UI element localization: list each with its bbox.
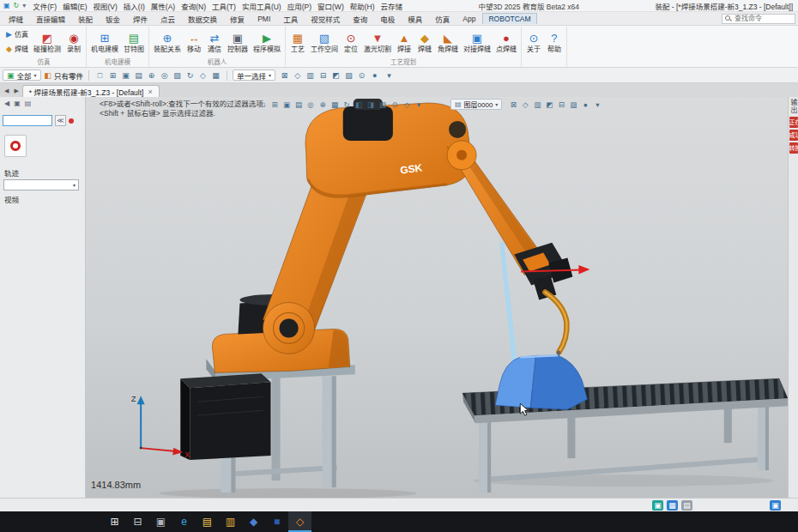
viewport-tool-icon[interactable]: ▥ — [532, 100, 542, 110]
panel-header-icon[interactable]: ▤ — [25, 100, 32, 107]
ribbon-button[interactable]: ⊙ 定位 — [341, 31, 361, 54]
menu-item[interactable]: 实用工具(U) — [242, 1, 281, 11]
selection-tool-icon[interactable]: ● — [369, 70, 380, 81]
tab-nav-right[interactable]: ▶ — [12, 88, 20, 97]
menu-item[interactable]: 视图(V) — [93, 1, 117, 11]
ribbon-tab[interactable]: 点云 — [154, 12, 181, 25]
taskbar-item[interactable]: ▣ — [149, 511, 172, 532]
ribbon-tab[interactable]: 修复 — [224, 12, 251, 25]
panel-header-icon[interactable]: ▣ — [14, 100, 21, 107]
menu-item[interactable]: 帮助(H) — [350, 1, 375, 11]
viewport-tool-icon[interactable]: ● — [580, 100, 590, 110]
more-chevron[interactable]: ▾ — [384, 70, 395, 81]
ribbon-tab[interactable]: 焊件 — [127, 12, 154, 25]
ribbon-tab[interactable]: 装配 — [72, 12, 99, 25]
collapse-button[interactable]: ≪ — [55, 115, 66, 126]
viewport-tool-icon[interactable]: ⊙ — [390, 100, 400, 110]
ribbon-button[interactable]: ⇄ 通信 — [204, 31, 225, 54]
tab-nav-left[interactable]: ◀ — [3, 88, 10, 97]
ribbon-button[interactable]: ● 点焊缝 — [493, 31, 519, 54]
viewport-tool-icon[interactable]: ◧ — [354, 100, 364, 110]
ribbon-tab[interactable]: 数据交换 — [182, 12, 223, 25]
ribbon-tab[interactable]: 焊缝 — [3, 12, 29, 25]
viewport-tool-icon[interactable]: ▤ — [293, 100, 304, 110]
ribbon-button-small[interactable]: ◆ 焊缝 — [3, 43, 31, 57]
taskbar-item[interactable]: ■ — [265, 511, 288, 532]
status-icon[interactable]: ▦ — [667, 500, 678, 511]
menu-item[interactable]: 插入(I) — [124, 1, 145, 11]
viewport-tool-icon[interactable]: ◇ — [402, 100, 412, 110]
selection-tool-icon[interactable]: ⊠ — [279, 70, 290, 81]
filter-dropdown[interactable]: ▣ 全部 ▾ — [3, 70, 41, 81]
ribbon-button[interactable]: ◆ 焊缝 — [414, 31, 435, 54]
taskbar-item[interactable]: ◆ — [242, 511, 265, 532]
ribbon-button[interactable]: ▲ 焊接 — [394, 31, 414, 54]
selection-tool-icon[interactable]: ◇ — [197, 70, 209, 81]
output-tab[interactable]: 输出 — [789, 99, 798, 114]
ribbon-tab[interactable]: 工具 — [277, 12, 304, 25]
command-search-input[interactable] — [735, 15, 791, 22]
viewport[interactable]: GSK — [86, 97, 788, 498]
selection-tool-icon[interactable]: ▤ — [133, 70, 144, 81]
ribbon-tab[interactable]: 直接编辑 — [30, 12, 71, 25]
taskbar-item[interactable]: ⊞ — [103, 511, 126, 532]
menu-item[interactable]: 查询(N) — [181, 1, 206, 11]
ribbon-tab[interactable]: App — [456, 13, 481, 24]
selection-tool-icon[interactable]: ⊕ — [146, 70, 157, 81]
viewport-tool-icon[interactable]: ◨ — [366, 100, 376, 110]
layer-dropdown[interactable]: ▤ 图层0000 ▾ — [450, 99, 502, 110]
viewport-tool-icon[interactable]: ▨ — [568, 100, 578, 110]
ribbon-button-small[interactable]: ▶ 仿真 — [3, 28, 31, 42]
ribbon-button[interactable]: ⊕ 装配关系 — [151, 31, 184, 54]
ribbon-button[interactable]: ⊞ 机电建模 — [88, 31, 121, 54]
menu-item[interactable]: 工具(T) — [212, 1, 236, 11]
status-icon[interactable]: ▤ — [681, 500, 692, 511]
control-cabinet[interactable] — [180, 373, 270, 460]
taskbar-item[interactable]: ⊟ — [126, 511, 149, 532]
document-tab[interactable]: * 焊接场景搭建-新3_1.Z3 - [Default] × — [22, 85, 160, 97]
ribbon-button[interactable]: ▦ 工艺 — [287, 31, 308, 54]
ribbon-button[interactable]: ◩ 碰撞检测 — [31, 31, 63, 54]
selection-tool-icon[interactable]: ▣ — [120, 70, 131, 81]
selection-tool-icon[interactable]: ⊟ — [317, 70, 329, 81]
record-button[interactable] — [4, 135, 27, 157]
ribbon-button[interactable]: ⊙ 关于 — [523, 31, 544, 54]
only-parts-toggle[interactable]: ◧ 只有零件 — [45, 70, 84, 81]
robot-motor-cap[interactable] — [343, 106, 393, 141]
ribbon-tab[interactable]: 查询 — [347, 12, 373, 25]
ribbon-tab[interactable]: PMI — [251, 13, 276, 24]
menu-item[interactable]: 编辑(E) — [63, 1, 87, 11]
ribbon-button[interactable]: ▤ 甘特图 — [121, 31, 147, 54]
taskbar-item[interactable]: ▤ — [196, 511, 219, 532]
taskbar-item[interactable]: e — [172, 511, 196, 532]
menu-item[interactable]: 云存储 — [381, 1, 403, 11]
taskbar-item[interactable]: ▥ — [219, 511, 242, 532]
viewport-tool-icon[interactable]: ⊠ — [508, 100, 518, 110]
selection-tool-icon[interactable]: ▦ — [210, 70, 221, 81]
selection-tool-icon[interactable]: ⊞ — [107, 70, 118, 81]
ribbon-button[interactable]: ◉ 录制 — [63, 31, 84, 54]
viewport-tool-icon[interactable]: ◇ — [520, 100, 530, 110]
viewport-tool-icon[interactable]: □ — [257, 100, 268, 110]
panel-header-icon[interactable]: ◀ — [4, 100, 9, 107]
status-icon[interactable]: ▣ — [770, 500, 781, 511]
taskbar-item[interactable]: ◇ — [288, 511, 311, 532]
ribbon-button[interactable]: ↔ 移动 — [184, 31, 204, 54]
quick-access-icon[interactable]: ↻ — [14, 2, 20, 9]
viewport-tool-icon[interactable]: ▣ — [281, 100, 292, 110]
menu-item[interactable]: 属性(A) — [151, 1, 175, 11]
ribbon-tab[interactable]: ROBOTCAM — [482, 13, 536, 24]
status-icon[interactable]: ▣ — [652, 500, 663, 511]
menu-item[interactable]: 文件(F) — [33, 1, 57, 11]
ribbon-button[interactable]: ▼ 激光切割 — [361, 31, 394, 54]
ribbon-tab[interactable]: 电极 — [374, 12, 401, 25]
viewport-tool-icon[interactable]: ▦ — [329, 100, 340, 110]
close-icon[interactable]: × — [148, 88, 152, 96]
quick-access-icon[interactable]: ▣ — [3, 2, 10, 9]
quick-access-icon[interactable]: ▾ — [22, 2, 26, 9]
panel-search-input[interactable] — [3, 115, 52, 126]
viewport-tool-icon[interactable]: ▾ — [414, 100, 424, 110]
viewport-tool-icon[interactable]: ◩ — [544, 100, 554, 110]
viewport-tool-icon[interactable]: ▧ — [378, 100, 388, 110]
ribbon-button[interactable]: ◣ 角焊缝 — [435, 31, 461, 54]
